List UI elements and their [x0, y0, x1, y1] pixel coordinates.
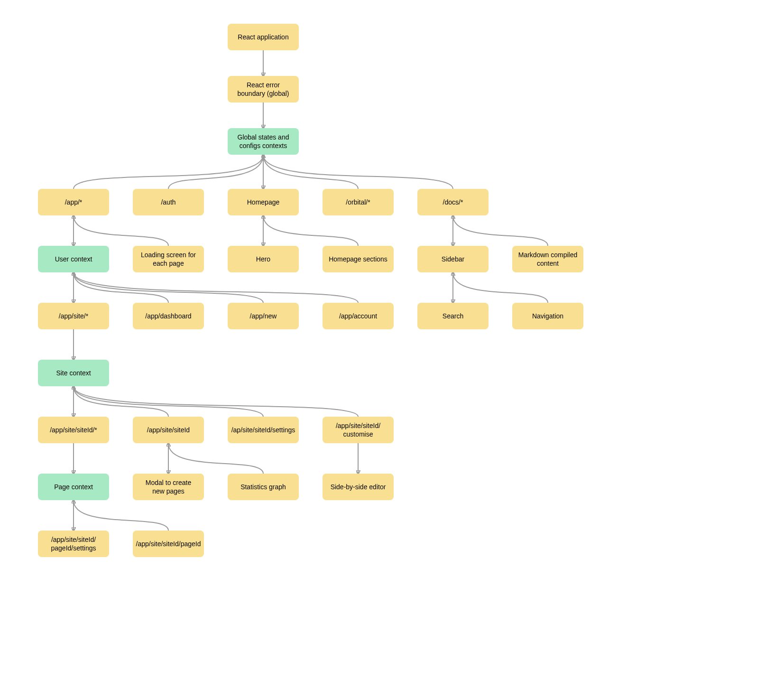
node-site-id: /app/site/siteId — [133, 417, 204, 443]
node-label: /auth — [161, 198, 175, 206]
node-search: Search — [417, 303, 489, 329]
node-label: Navigation — [532, 312, 563, 320]
node-label: Modal to create new pages — [138, 478, 198, 495]
node-auth: /auth — [133, 189, 204, 215]
node-page-id: /app/site/siteId/pageId — [133, 531, 204, 557]
node-label: /orbital/* — [346, 198, 370, 206]
node-hero: Hero — [228, 246, 299, 272]
node-orbital: /orbital/* — [323, 189, 394, 215]
node-global-states: Global states and configs contexts — [228, 128, 299, 155]
node-label: React error boundary (global) — [233, 81, 293, 98]
node-site-id-star: /app/site/siteId/* — [38, 417, 109, 443]
node-app-site-star: /app/site/* — [38, 303, 109, 329]
node-stats-graph: Statistics graph — [228, 474, 299, 500]
node-loading-screen: Loading screen for each page — [133, 246, 204, 272]
node-app-new: /app/new — [228, 303, 299, 329]
node-label: /app/site/siteId/* — [50, 426, 97, 434]
node-label: /app/site/* — [59, 312, 88, 320]
node-label: /docs/* — [443, 198, 463, 206]
node-site-id-customise: /app/site/siteId/ customise — [323, 417, 394, 443]
diagram-edges — [0, 0, 784, 680]
node-label: /app/site/siteId/ pageId/settings — [44, 535, 103, 552]
node-docs: /docs/* — [417, 189, 489, 215]
node-homepage-sections: Homepage sections — [323, 246, 394, 272]
node-label: /app/* — [65, 198, 83, 206]
node-error-boundary: React error boundary (global) — [228, 76, 299, 102]
node-label: /app/account — [339, 312, 377, 320]
node-label: /app/site/siteId/ customise — [328, 421, 388, 438]
node-label: /ap/site/siteId/settings — [231, 426, 295, 434]
node-page-context: Page context — [38, 474, 109, 500]
node-react-application: React application — [228, 24, 299, 50]
node-label: Page context — [54, 483, 93, 491]
node-label: Markdown compiled content — [518, 251, 578, 268]
node-site-id-settings: /ap/site/siteId/settings — [228, 417, 299, 443]
node-app-star: /app/* — [38, 189, 109, 215]
node-label: User context — [55, 255, 92, 263]
node-user-context: User context — [38, 246, 109, 272]
node-label: Loading screen for each page — [138, 251, 198, 268]
node-homepage: Homepage — [228, 189, 299, 215]
node-site-context: Site context — [38, 360, 109, 386]
node-label: Homepage sections — [329, 255, 387, 263]
node-label: Homepage — [247, 198, 280, 206]
node-label: Search — [443, 312, 463, 320]
node-label: /app/site/siteId/pageId — [136, 540, 201, 548]
node-label: Sidebar — [442, 255, 464, 263]
node-label: /app/site/siteId — [147, 426, 190, 434]
node-app-dashboard: /app/dashboard — [133, 303, 204, 329]
node-page-settings: /app/site/siteId/ pageId/settings — [38, 531, 109, 557]
node-modal-new-pages: Modal to create new pages — [133, 474, 204, 500]
node-app-account: /app/account — [323, 303, 394, 329]
node-label: React application — [238, 33, 288, 41]
node-label: Global states and configs contexts — [233, 133, 293, 150]
node-label: Hero — [256, 255, 270, 263]
node-label: Site context — [56, 369, 91, 377]
node-label: /app/new — [250, 312, 277, 320]
node-label: Statistics graph — [240, 483, 286, 491]
node-sidebar: Sidebar — [417, 246, 489, 272]
node-navigation: Navigation — [512, 303, 583, 329]
node-markdown-content: Markdown compiled content — [512, 246, 583, 272]
node-label: /app/dashboard — [145, 312, 191, 320]
node-side-editor: Side-by-side editor — [323, 474, 394, 500]
node-label: Side-by-side editor — [331, 483, 386, 491]
